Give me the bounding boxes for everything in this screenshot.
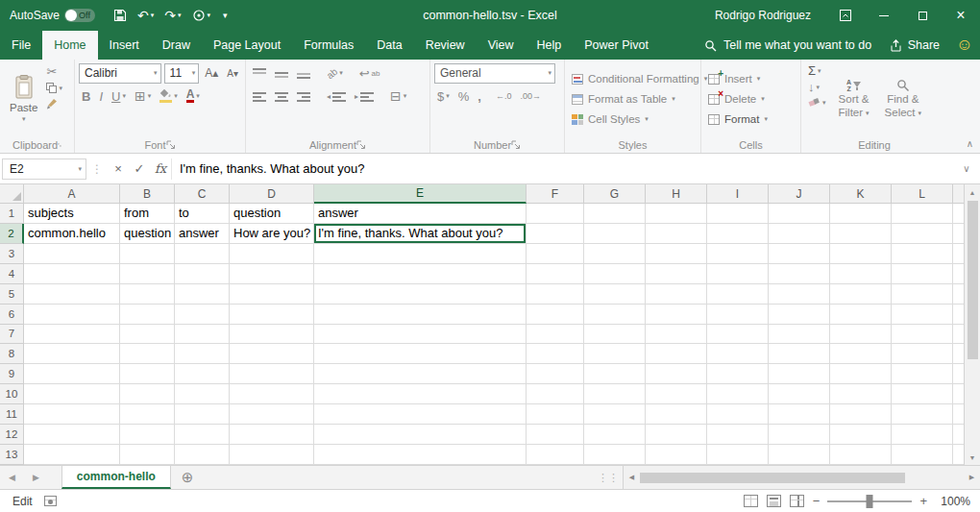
- cell-F8[interactable]: [527, 344, 584, 364]
- borders-button[interactable]: ⊞▾: [132, 89, 154, 104]
- underline-dropdown-icon[interactable]: ▾: [122, 92, 126, 100]
- column-header-E[interactable]: E: [314, 184, 527, 204]
- align-bottom-button[interactable]: [294, 67, 313, 80]
- cell-A8[interactable]: [24, 344, 120, 364]
- ribbon-display-options-button[interactable]: [826, 0, 865, 31]
- format-cells-dropdown-icon[interactable]: ▾: [764, 115, 768, 123]
- fill-button[interactable]: ↓▾: [805, 80, 829, 94]
- cell-D1[interactable]: question: [230, 204, 314, 224]
- cell-D4[interactable]: [230, 264, 314, 284]
- cell-H1[interactable]: [646, 204, 707, 224]
- borders-dropdown-icon[interactable]: ▾: [148, 92, 152, 100]
- undo-dropdown-icon[interactable]: ▾: [151, 12, 155, 19]
- cell-J1[interactable]: [769, 204, 830, 224]
- insert-cells-button[interactable]: Insert▾: [705, 69, 796, 89]
- redo-button[interactable]: ↷▾: [159, 3, 185, 28]
- cancel-button[interactable]: ×: [108, 158, 129, 180]
- cell-E13[interactable]: [314, 445, 527, 465]
- zoom-level[interactable]: 100%: [936, 495, 970, 508]
- cell-D9[interactable]: [230, 364, 314, 384]
- sort-filter-button[interactable]: AZ Sort & Filter▾: [833, 61, 875, 136]
- vertical-scrollbar[interactable]: ▲ ▼: [964, 184, 980, 465]
- zoom-out-button[interactable]: −: [813, 494, 821, 508]
- cell-K9[interactable]: [830, 364, 892, 384]
- cell-J13[interactable]: [769, 445, 830, 465]
- insert-function-button[interactable]: fx: [150, 158, 171, 180]
- cell-G11[interactable]: [584, 404, 646, 425]
- format-as-table-dropdown-icon[interactable]: ▾: [672, 95, 675, 103]
- cell-H11[interactable]: [646, 404, 707, 425]
- ribbon-tab-power-pivot[interactable]: Power Pivot: [573, 31, 660, 60]
- cell-H12[interactable]: [646, 425, 707, 445]
- increase-font-size-button[interactable]: A▴: [202, 65, 221, 81]
- paste-button[interactable]: Paste ▾: [4, 61, 43, 136]
- cell-I7[interactable]: [707, 325, 769, 345]
- cell-H7[interactable]: [646, 325, 707, 345]
- cell-C8[interactable]: [175, 344, 230, 364]
- cell-L10[interactable]: [892, 384, 953, 404]
- row-header-3[interactable]: 3: [0, 244, 24, 264]
- user-name[interactable]: Rodrigo Rodriguez: [715, 9, 811, 22]
- cell-I2[interactable]: [707, 224, 769, 244]
- cell-G4[interactable]: [584, 264, 646, 284]
- ribbon-tab-home[interactable]: Home: [42, 31, 97, 60]
- zoom-slider[interactable]: [827, 500, 912, 502]
- cell-C6[interactable]: [175, 305, 230, 325]
- cell-A3[interactable]: [24, 244, 120, 264]
- undo-button[interactable]: ↶▾: [133, 3, 159, 28]
- cell-A12[interactable]: [24, 425, 120, 445]
- formula-input[interactable]: I'm fine, thanks. What about you?: [171, 158, 955, 180]
- find-select-button[interactable]: Find & Select▾: [879, 61, 927, 136]
- name-box-dropdown-icon[interactable]: ▾: [78, 165, 82, 173]
- decrease-decimal-button[interactable]: .00→: [517, 90, 544, 102]
- cell-C4[interactable]: [175, 264, 230, 284]
- ribbon-tab-help[interactable]: Help: [526, 31, 574, 60]
- clear-button[interactable]: ▾: [805, 96, 829, 109]
- sheet-nav-left-icon[interactable]: ◀: [0, 466, 24, 489]
- redo-dropdown-icon[interactable]: ▾: [178, 12, 182, 19]
- conditional-formatting-button[interactable]: Conditional Formatting▾: [569, 69, 697, 89]
- cell-B10[interactable]: [120, 384, 175, 404]
- cell-A13[interactable]: [24, 445, 120, 465]
- horizontal-scrollbar-track[interactable]: [640, 466, 964, 489]
- cell-L5[interactable]: [892, 284, 953, 305]
- format-painter-button[interactable]: [43, 97, 65, 110]
- merge-center-dropdown-icon[interactable]: ▾: [404, 92, 407, 100]
- copy-button[interactable]: ▾: [43, 82, 65, 94]
- cell-L4[interactable]: [892, 264, 953, 284]
- cell-K4[interactable]: [830, 264, 892, 284]
- decrease-font-size-button[interactable]: A▾: [224, 67, 241, 80]
- cell-E7[interactable]: [314, 325, 527, 345]
- column-header-J[interactable]: J: [769, 184, 830, 204]
- row-header-7[interactable]: 7: [0, 325, 24, 345]
- percent-style-button[interactable]: %: [455, 89, 473, 104]
- cell-E10[interactable]: [314, 384, 527, 404]
- font-family-dropdown-icon[interactable]: ▾: [154, 69, 158, 77]
- cell-D6[interactable]: [230, 305, 314, 325]
- cell-E11[interactable]: [314, 404, 527, 425]
- orientation-button[interactable]: ab▾: [324, 67, 346, 80]
- autosave-toggle[interactable]: AutoSave Off: [0, 9, 103, 22]
- cell-A4[interactable]: [24, 264, 120, 284]
- cell-E2[interactable]: I'm fine, thanks. What about you?: [314, 224, 527, 244]
- cell-C10[interactable]: [175, 384, 230, 404]
- page-break-view-icon[interactable]: [790, 495, 804, 507]
- cell-D8[interactable]: [230, 344, 314, 364]
- cell-G10[interactable]: [584, 384, 646, 404]
- cell-J9[interactable]: [769, 364, 830, 384]
- customize-qat-button[interactable]: ▾: [216, 3, 233, 28]
- orientation-dropdown-icon[interactable]: ▾: [339, 69, 343, 77]
- touch-mode-dropdown-icon[interactable]: ▾: [208, 12, 211, 19]
- cell-F7[interactable]: [527, 325, 584, 345]
- cell-G8[interactable]: [584, 344, 646, 364]
- cell-I12[interactable]: [707, 425, 769, 445]
- page-layout-view-icon[interactable]: [767, 495, 781, 507]
- cell-B11[interactable]: [120, 404, 175, 425]
- tab-splitter-handle[interactable]: ⋮⋮: [594, 466, 623, 489]
- cell-styles-dropdown-icon[interactable]: ▾: [645, 115, 649, 123]
- cell-B4[interactable]: [120, 264, 175, 284]
- row-header-13[interactable]: 13: [0, 445, 24, 465]
- zoom-slider-thumb[interactable]: [867, 495, 873, 508]
- cell-K2[interactable]: [830, 224, 892, 244]
- cell-B3[interactable]: [120, 244, 175, 264]
